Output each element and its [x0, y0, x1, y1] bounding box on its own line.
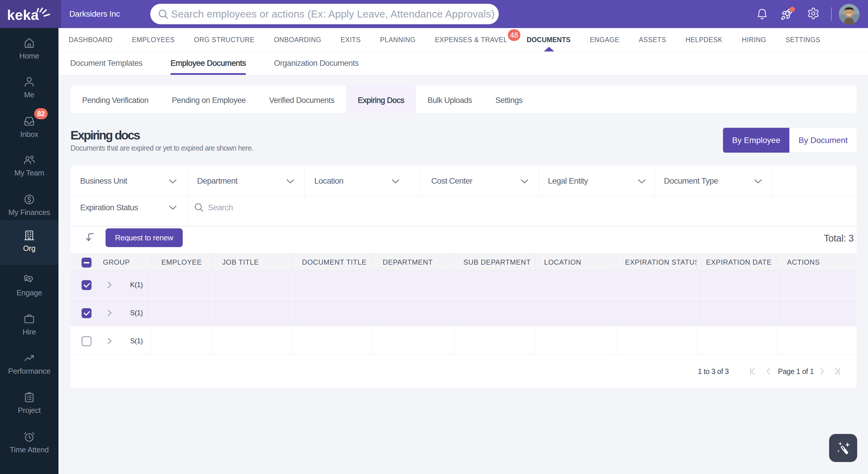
- svg-text:keka: keka: [7, 8, 39, 23]
